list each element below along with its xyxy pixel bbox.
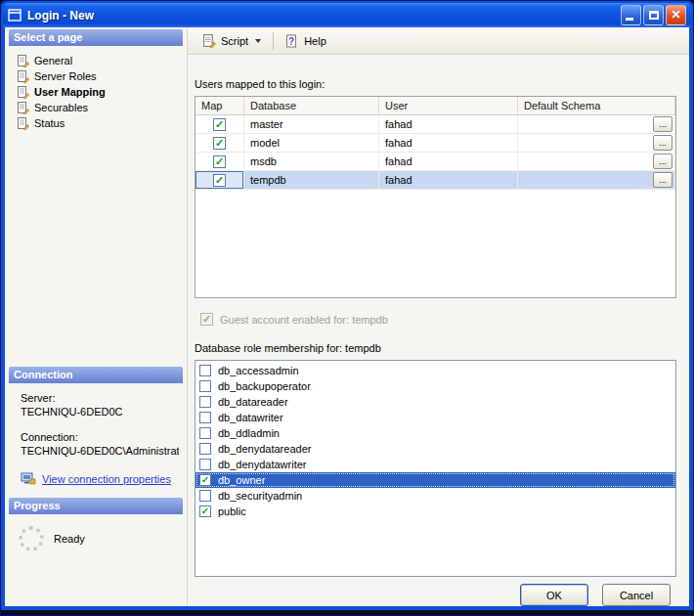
role-row-db-accessadmin[interactable]: db_accessadmin bbox=[195, 363, 675, 378]
script-button[interactable]: Script bbox=[195, 30, 268, 52]
role-row-db-denydatareader[interactable]: db_denydatareader bbox=[195, 441, 675, 457]
maximize-button[interactable] bbox=[643, 5, 664, 25]
maximize-icon bbox=[649, 11, 659, 20]
role-row-db-securityadmin[interactable]: db_securityadmin bbox=[195, 488, 675, 504]
role-checkbox[interactable] bbox=[199, 459, 211, 470]
window-icon bbox=[8, 9, 22, 22]
page-script-icon bbox=[17, 70, 29, 83]
server-value: TECHNIQU-6DED0C bbox=[21, 406, 179, 418]
page-script-icon bbox=[17, 117, 29, 130]
sidebar-item-general[interactable]: General bbox=[9, 53, 183, 68]
role-checkbox[interactable] bbox=[199, 506, 211, 517]
ok-button[interactable]: OK bbox=[520, 584, 588, 606]
help-button-label: Help bbox=[304, 35, 326, 47]
column-header-database: Database bbox=[244, 97, 379, 115]
role-checkbox[interactable] bbox=[199, 365, 211, 376]
role-row-db-datareader[interactable]: db_datareader bbox=[195, 394, 675, 410]
role-label: db_denydatareader bbox=[218, 443, 311, 455]
default-schema-cell: ... bbox=[518, 134, 675, 153]
sidebar-item-label: Securables bbox=[34, 102, 88, 113]
map-checkbox[interactable] bbox=[213, 155, 226, 168]
role-row-db-denydatawriter[interactable]: db_denydatawriter bbox=[195, 457, 675, 472]
role-checkbox[interactable] bbox=[199, 396, 211, 408]
user-cell: fahad bbox=[379, 153, 518, 171]
default-schema-cell: ... bbox=[518, 153, 675, 171]
connection-header: Connection bbox=[9, 367, 183, 383]
script-button-label: Script bbox=[221, 35, 248, 47]
role-row-db-datawriter[interactable]: db_datawriter bbox=[195, 410, 675, 425]
close-button[interactable]: ✕ bbox=[666, 5, 686, 25]
sidebar-item-status[interactable]: Status bbox=[9, 115, 183, 131]
minimize-button[interactable] bbox=[621, 5, 641, 25]
cancel-button[interactable]: Cancel bbox=[602, 584, 671, 606]
help-button[interactable]: ? Help bbox=[279, 30, 333, 52]
sidebar-item-securables[interactable]: Securables bbox=[9, 100, 183, 115]
browse-schema-button[interactable]: ... bbox=[653, 172, 672, 188]
main-panel: Script ? Help Users mapped to this login… bbox=[187, 27, 689, 606]
browse-schema-button[interactable]: ... bbox=[653, 135, 672, 151]
mapping-table-header: Map Database User Default Schema bbox=[195, 97, 675, 115]
help-icon: ? bbox=[285, 34, 299, 48]
role-label: db_datawriter bbox=[218, 412, 283, 423]
mapping-row-model[interactable]: model fahad ... bbox=[195, 134, 675, 153]
mapping-row-tempdb[interactable]: tempdb fahad ... bbox=[195, 171, 675, 190]
role-checkbox[interactable] bbox=[199, 427, 211, 439]
progress-spinner-icon bbox=[19, 526, 44, 551]
role-label: public bbox=[218, 506, 246, 517]
mapping-row-msdb[interactable]: msdb fahad ... bbox=[195, 153, 675, 171]
database-cell: msdb bbox=[244, 153, 379, 171]
sidebar-item-user-mapping[interactable]: User Mapping bbox=[9, 84, 183, 100]
mapping-row-master[interactable]: master fahad ... bbox=[195, 115, 675, 134]
user-cell: fahad bbox=[379, 134, 518, 153]
browse-schema-button[interactable]: ... bbox=[653, 116, 672, 132]
role-row-db-owner[interactable]: db_owner bbox=[195, 472, 675, 488]
page-script-icon bbox=[17, 55, 29, 67]
role-row-db-backupoperator[interactable]: db_backupoperator bbox=[195, 378, 675, 394]
connection-panel: Connection Server: TECHNIQU-6DED0C Conne… bbox=[9, 367, 183, 486]
guest-account-checkbox bbox=[200, 313, 213, 326]
sidebar-item-label: Server Roles bbox=[34, 70, 97, 82]
titlebar: Login - New ✕ bbox=[3, 3, 691, 27]
view-connection-properties-link[interactable]: View connection properties bbox=[42, 473, 171, 485]
role-checkbox[interactable] bbox=[199, 380, 211, 392]
window-bottom-edge bbox=[1, 610, 693, 615]
minimize-icon bbox=[626, 18, 633, 21]
role-membership-label: Database role membership for: tempdb bbox=[195, 342, 381, 354]
sidebar: Select a page General Server Roles User … bbox=[9, 29, 183, 606]
default-schema-cell: ... bbox=[518, 171, 675, 190]
role-label: db_owner bbox=[218, 474, 265, 486]
progress-status: Ready bbox=[54, 533, 85, 545]
script-icon bbox=[202, 34, 216, 48]
sidebar-item-server-roles[interactable]: Server Roles bbox=[9, 68, 183, 84]
role-row-public[interactable]: public bbox=[195, 504, 675, 519]
role-label: db_ddladmin bbox=[218, 427, 280, 439]
connection-label: Connection: bbox=[21, 431, 179, 443]
role-checkbox[interactable] bbox=[199, 412, 211, 423]
map-checkbox[interactable] bbox=[213, 137, 226, 150]
page-list: General Server Roles User Mapping Secura… bbox=[9, 46, 183, 131]
guest-account-label: Guest account enabled for: tempdb bbox=[220, 314, 388, 326]
role-row-db-ddladmin[interactable]: db_ddladmin bbox=[195, 425, 675, 441]
select-a-page-header: Select a page bbox=[9, 29, 183, 46]
browse-schema-button[interactable]: ... bbox=[653, 154, 672, 169]
column-header-default-schema: Default Schema bbox=[518, 97, 675, 115]
role-label: db_denydatawriter bbox=[218, 459, 307, 470]
role-checkbox[interactable] bbox=[199, 443, 211, 455]
server-label: Server: bbox=[21, 392, 179, 404]
role-label: db_accessadmin bbox=[218, 365, 299, 376]
window-title: Login - New bbox=[27, 9, 616, 22]
user-mapping-table: Map Database User Default Schema master … bbox=[195, 96, 676, 298]
progress-panel: Progress Ready bbox=[9, 498, 183, 551]
window-controls: ✕ bbox=[621, 5, 686, 25]
toolbar: Script ? Help bbox=[188, 27, 689, 55]
sidebar-item-label: User Mapping bbox=[34, 86, 106, 98]
role-checkbox[interactable] bbox=[199, 490, 211, 502]
map-checkbox[interactable] bbox=[213, 174, 226, 187]
role-checkbox[interactable] bbox=[199, 474, 211, 486]
role-label: db_backupoperator bbox=[218, 380, 311, 392]
map-checkbox[interactable] bbox=[213, 118, 226, 131]
login-new-window: Login - New ✕ Select a page General Serv… bbox=[0, 0, 694, 616]
database-roles-list: db_accessadmin db_backupoperator db_data… bbox=[195, 360, 676, 577]
database-cell: model bbox=[244, 134, 379, 153]
sidebar-item-label: General bbox=[34, 55, 72, 66]
